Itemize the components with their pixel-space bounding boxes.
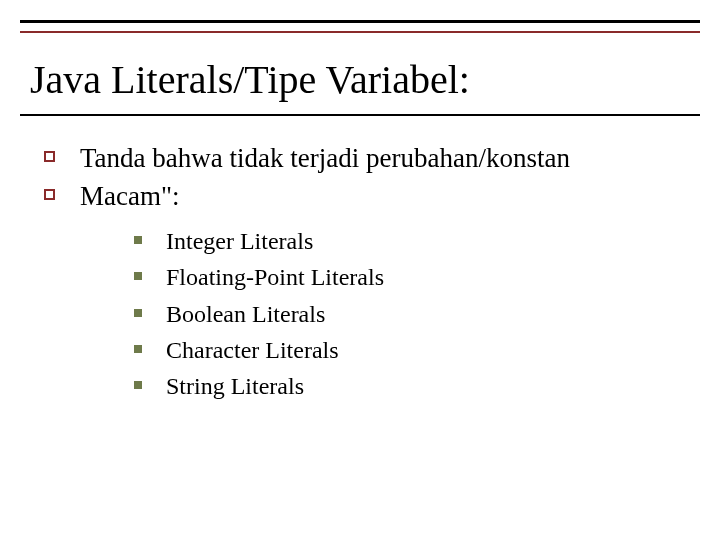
slide-body: Tanda bahwa tidak terjadi perubahan/kons… (40, 140, 680, 407)
list-item: String Literals (132, 370, 680, 402)
list-item-label: String Literals (166, 373, 304, 399)
list-item-label: Character Literals (166, 337, 339, 363)
list-item-label: Tanda bahwa tidak terjadi perubahan/kons… (80, 143, 570, 173)
title-underline (20, 114, 700, 116)
list-item: Character Literals (132, 334, 680, 366)
list-item: Tanda bahwa tidak terjadi perubahan/kons… (40, 140, 680, 176)
list-item: Integer Literals (132, 225, 680, 257)
slide: Java Literals/Tipe Variabel: Tanda bahwa… (0, 0, 720, 540)
list-item: Floating-Point Literals (132, 261, 680, 293)
slide-title: Java Literals/Tipe Variabel: (30, 56, 470, 103)
list-item-label: Floating-Point Literals (166, 264, 384, 290)
top-rule (20, 20, 700, 33)
list-item: Macam": Integer Literals Floating-Point … (40, 178, 680, 402)
bullet-list-level1: Tanda bahwa tidak terjadi perubahan/kons… (40, 140, 680, 403)
list-item-label: Macam": (80, 181, 179, 211)
list-item-label: Boolean Literals (166, 301, 325, 327)
list-item-label: Integer Literals (166, 228, 313, 254)
bullet-list-level2: Integer Literals Floating-Point Literals… (80, 225, 680, 403)
list-item: Boolean Literals (132, 298, 680, 330)
